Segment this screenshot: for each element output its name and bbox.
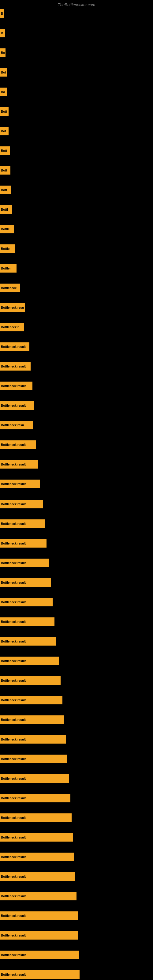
- bar-item: B: [0, 9, 4, 18]
- bar-item: Bottleneck result: [0, 342, 29, 351]
- bar-label: Bo: [1, 90, 5, 94]
- bar-label: Bottl: [1, 208, 8, 211]
- bar-item: Bottleneck result: [0, 715, 64, 724]
- bar-label: Bott: [1, 169, 7, 172]
- bar-item: Bottleneck result: [0, 637, 56, 646]
- bar-item: Bottle: [0, 225, 14, 233]
- bar-item: Bottleneck result: [0, 382, 32, 390]
- bottleneck-bar: Bottleneck result: [0, 578, 51, 587]
- bar-label: Bottleneck result: [1, 875, 26, 878]
- bar-item: Bottleneck result: [0, 794, 70, 802]
- bar-item: Bot: [0, 127, 9, 135]
- bottleneck-bar: Bottleneck result: [0, 401, 34, 410]
- bottleneck-bar: Bottleneck result: [0, 598, 53, 606]
- bar-item: Bottleneck result: [0, 833, 73, 842]
- bar-item: Bott: [0, 146, 10, 155]
- bottleneck-bar: Bottleneck result: [0, 912, 78, 920]
- bar-label: Bottleneck result: [1, 601, 26, 604]
- bar-label: Bottleneck resu: [1, 423, 24, 427]
- bar-label: Bottle: [1, 228, 10, 231]
- bar-item: Bot: [0, 68, 7, 76]
- bar-item: Bottleneck resu: [0, 421, 33, 430]
- bar-label: B: [1, 32, 3, 35]
- bar-item: Bottleneck result: [0, 813, 72, 822]
- bottleneck-bar: Bottleneck result: [0, 735, 66, 744]
- bar-label: Bottleneck result: [1, 365, 26, 368]
- bar-item: Bottleneck result: [0, 558, 49, 567]
- bottleneck-bar: Bottleneck result: [0, 617, 54, 626]
- bar-item: Bottleneck result: [0, 951, 79, 959]
- bottleneck-bar: Bottleneck result: [0, 794, 70, 802]
- bar-label: Bottleneck result: [1, 679, 26, 682]
- bottleneck-bar: Bottleneck result: [0, 931, 78, 940]
- bottleneck-bar: Bot: [0, 68, 7, 76]
- bottleneck-bar: Bo: [0, 88, 7, 96]
- bottleneck-bar: Bottleneck result: [0, 970, 80, 979]
- bar-label: Bottleneck result: [1, 404, 26, 407]
- bottleneck-bar: Bo: [0, 48, 5, 57]
- bar-item: Bott: [0, 107, 9, 116]
- bottleneck-bar: Bottleneck result: [0, 853, 74, 861]
- bar-label: Bot: [1, 71, 6, 74]
- bar-item: Bott: [0, 166, 10, 175]
- bar-item: Bottleneck result: [0, 696, 62, 705]
- bottleneck-bar: B: [0, 29, 5, 37]
- bar-label: Bottleneck result: [1, 718, 26, 722]
- bar-item: Bottleneck result: [0, 362, 30, 371]
- bottleneck-bar: Bott: [0, 166, 10, 175]
- bottleneck-bar: Bottleneck result: [0, 951, 79, 959]
- bar-label: Bottleneck: [1, 286, 16, 290]
- bottleneck-bar: Bott: [0, 186, 11, 194]
- bar-label: Bottleneck result: [1, 542, 26, 545]
- bar-item: Bottleneck result: [0, 676, 61, 685]
- bar-item: Bottle: [0, 244, 15, 253]
- bottleneck-bar: Bottleneck result: [0, 519, 45, 528]
- bar-item: Bottleneck result: [0, 598, 53, 606]
- bar-item: Bottleneck r: [0, 323, 24, 331]
- bottleneck-bar: Bottleneck result: [0, 755, 67, 763]
- bar-item: Bottleneck result: [0, 617, 54, 626]
- bar-item: Bottleneck resu: [0, 303, 25, 312]
- bar-label: Bottleneck result: [1, 522, 26, 525]
- bar-label: Bott: [1, 149, 7, 153]
- bar-item: Bottleneck result: [0, 401, 34, 410]
- bar-label: Bottleneck result: [1, 620, 26, 624]
- bar-item: Bottleneck: [0, 283, 20, 292]
- bottleneck-bar: Bottleneck r: [0, 323, 24, 331]
- bottleneck-bar: Bott: [0, 107, 9, 116]
- bar-item: B: [0, 29, 5, 37]
- bottleneck-bar: Bottleneck result: [0, 460, 38, 469]
- bar-item: Bottleneck result: [0, 912, 78, 920]
- bottleneck-bar: Bottleneck result: [0, 657, 59, 665]
- bar-item: Bottler: [0, 264, 16, 272]
- bar-label: Bottleneck result: [1, 659, 26, 663]
- bottleneck-bar: Bottleneck result: [0, 342, 29, 351]
- bar-item: Bott: [0, 186, 11, 194]
- site-title: TheBottlenecker.com: [0, 2, 153, 7]
- bar-label: Bottler: [1, 267, 11, 270]
- bottleneck-bar: Bottleneck result: [0, 558, 49, 567]
- bar-item: Bottleneck result: [0, 657, 59, 665]
- bar-label: Bottleneck result: [1, 914, 26, 918]
- bar-label: Bott: [1, 188, 7, 192]
- bar-label: B: [1, 12, 3, 15]
- bar-item: Bottleneck result: [0, 480, 40, 488]
- bottleneck-bar: Bottl: [0, 205, 12, 214]
- bottleneck-bar: Bottleneck result: [0, 774, 69, 783]
- bar-item: Bottleneck result: [0, 931, 78, 940]
- bottleneck-bar: Bottleneck result: [0, 362, 30, 371]
- bar-item: Bottleneck result: [0, 872, 75, 881]
- bottleneck-bar: Bottleneck resu: [0, 303, 25, 312]
- bar-item: Bottleneck result: [0, 578, 51, 587]
- bar-item: Bottleneck result: [0, 441, 36, 449]
- bar-item: Bo: [0, 48, 5, 57]
- bar-item: Bottleneck result: [0, 735, 66, 744]
- bar-label: Bo: [1, 51, 5, 54]
- bottleneck-bar: Bottleneck result: [0, 813, 72, 822]
- bar-label: Bottleneck result: [1, 443, 26, 447]
- bar-item: Bo: [0, 88, 7, 96]
- bar-label: Bottleneck result: [1, 482, 26, 486]
- bar-item: Bottleneck result: [0, 519, 45, 528]
- bar-label: Bottleneck result: [1, 777, 26, 780]
- bottleneck-bar: Bottleneck resu: [0, 421, 33, 430]
